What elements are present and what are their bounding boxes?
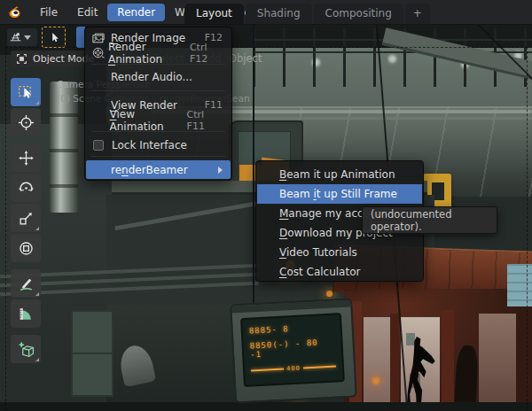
tool-cursor[interactable] bbox=[11, 108, 41, 136]
menu-item-view-animation[interactable]: View Animation Ctrl F11 bbox=[86, 112, 231, 128]
operator-tooltip: (undocumented operator). bbox=[362, 206, 497, 234]
annotate-pencil-icon bbox=[18, 275, 35, 292]
menu-file[interactable]: File bbox=[30, 4, 67, 21]
tool-transform[interactable] bbox=[11, 234, 41, 262]
submenu-item-beam-animation[interactable]: Beam it up Animation bbox=[257, 165, 422, 184]
tool-scale[interactable] bbox=[11, 204, 41, 232]
tool-select-box[interactable] bbox=[11, 78, 41, 106]
menu-item-label: renderBeamer bbox=[111, 164, 188, 176]
select-box-icon bbox=[18, 84, 35, 101]
viewport-menu-object[interactable]: Object bbox=[229, 52, 262, 65]
menu-item-lock-interface[interactable]: Lock Interface bbox=[86, 137, 231, 152]
viewport: 8885- 8 8850(-) - 80 -1 400 View Select … bbox=[0, 25, 532, 411]
blender-logo-icon[interactable] bbox=[7, 4, 22, 19]
workspace-tabs: Layout Shading Compositing + bbox=[184, 3, 432, 24]
tab-layout[interactable]: Layout bbox=[184, 4, 244, 24]
menu-item-label: Render Animation bbox=[108, 41, 190, 66]
editor-type-selector[interactable] bbox=[7, 28, 37, 46]
tab-shading[interactable]: Shading bbox=[246, 4, 312, 24]
menu-item-label: View Animation bbox=[110, 108, 187, 133]
add-cube-icon bbox=[18, 341, 35, 358]
tool-measure[interactable] bbox=[11, 299, 41, 328]
cursor-icon bbox=[18, 114, 35, 131]
add-workspace-button[interactable]: + bbox=[405, 4, 430, 24]
tool-move[interactable] bbox=[11, 143, 41, 172]
chevron-down-icon bbox=[24, 35, 31, 40]
menu-item-renderbeamer[interactable]: renderBeamer bbox=[86, 160, 231, 179]
tooltip-text: (undocumented operator). bbox=[371, 208, 497, 233]
move-icon bbox=[18, 150, 35, 167]
menu-item-label: Render Audio... bbox=[111, 71, 192, 83]
menu-item-render-animation[interactable]: Render Animation Ctrl F12 bbox=[86, 45, 231, 60]
submenu-item-beam-still-frame[interactable]: Beam it up Still Frame bbox=[257, 184, 422, 204]
scale-icon bbox=[18, 210, 35, 227]
submenu-item-cost-calculator[interactable]: Cost Calculator bbox=[257, 262, 422, 282]
object-mode-icon bbox=[16, 53, 27, 65]
menu-separator bbox=[91, 131, 225, 132]
film-reel-icon bbox=[92, 47, 108, 59]
tool-annotate[interactable] bbox=[11, 269, 41, 298]
submenu-item-video-tutorials[interactable]: Video Tutorials bbox=[257, 243, 422, 262]
rotate-icon bbox=[18, 180, 35, 197]
active-tool-indicator[interactable] bbox=[42, 27, 66, 48]
menu-separator bbox=[91, 64, 225, 65]
shortcut-label: Ctrl F12 bbox=[190, 42, 223, 65]
shortcut-label: Ctrl F11 bbox=[187, 109, 223, 132]
tool-rotate[interactable] bbox=[11, 174, 41, 202]
menu-separator bbox=[91, 90, 225, 91]
topbar: File Edit Render Window Help Layout Shad… bbox=[0, 0, 532, 25]
menu-item-label: Lock Interface bbox=[112, 139, 187, 151]
menu-edit[interactable]: Edit bbox=[67, 4, 107, 21]
tool-add-cube[interactable] bbox=[11, 335, 41, 363]
tool-shelf bbox=[11, 78, 41, 365]
menu-item-render-audio[interactable]: Render Audio... bbox=[86, 69, 231, 84]
measure-icon bbox=[18, 306, 35, 322]
render-menu-dropdown: Render Image F12 Render Animation Ctrl F… bbox=[84, 27, 232, 181]
menu-render[interactable]: Render bbox=[107, 4, 165, 21]
lock-interface-checkbox[interactable] bbox=[93, 140, 104, 151]
transform-icon bbox=[18, 240, 35, 257]
tab-compositing[interactable]: Compositing bbox=[314, 4, 403, 24]
blender-window: File Edit Render Window Help Layout Shad… bbox=[0, 0, 532, 411]
select-cursor-icon bbox=[47, 30, 61, 44]
submenu-arrow-icon bbox=[218, 167, 223, 174]
menu-separator bbox=[91, 156, 225, 157]
viewport-editor-icon bbox=[9, 31, 22, 44]
